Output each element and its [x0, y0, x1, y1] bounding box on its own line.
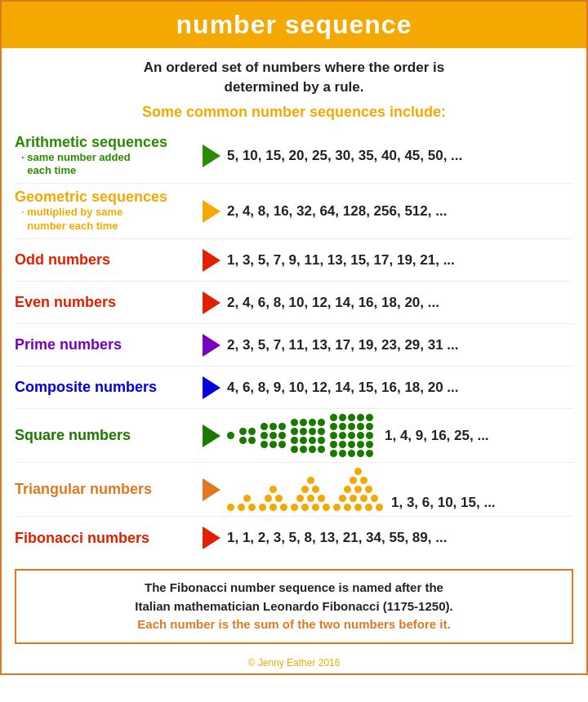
dot [360, 477, 368, 484]
arrow-arithmetic [203, 144, 220, 167]
dot [265, 495, 272, 502]
dot [357, 432, 364, 439]
dot [354, 468, 362, 475]
dot [330, 423, 337, 430]
row-even: Even numbers 2, 4, 6, 8, 10, 12, 14, 16,… [15, 282, 573, 324]
dot [318, 495, 325, 502]
dot [339, 450, 346, 457]
label-even: Even numbers [15, 294, 203, 311]
dot [238, 504, 245, 511]
dot [300, 446, 307, 453]
tri-group-3 [238, 495, 256, 511]
numbers-arithmetic: 5, 10, 15, 20, 25, 30, 35, 40, 45, 50, .… [227, 148, 573, 164]
tri-group-10 [291, 477, 330, 511]
dot [318, 419, 325, 426]
triangular-visual: 1, 3, 6, 10, 15, ... [227, 468, 496, 511]
dot [357, 450, 364, 457]
label-odd: Odd numbers [15, 251, 203, 269]
dot [350, 477, 357, 484]
dot [300, 428, 307, 435]
dot [312, 486, 319, 493]
arrow-odd [203, 249, 220, 272]
row-square: Square numbers [15, 409, 573, 463]
dot [301, 486, 309, 493]
triangle-icon-composite [203, 376, 220, 399]
dot [270, 423, 277, 430]
triangle-icon-triangular [203, 478, 220, 501]
tri-group-15 [333, 468, 383, 511]
dot [318, 437, 325, 444]
dot [339, 495, 346, 502]
dot [261, 432, 268, 439]
dot [270, 486, 277, 493]
label-composite-main: Composite numbers [15, 379, 196, 396]
numbers-odd: 1, 3, 5, 7, 9, 11, 13, 15, 17, 19, 21, .… [227, 252, 573, 269]
dot [365, 486, 372, 493]
dot [261, 423, 268, 430]
square-dot-group-9 [261, 423, 286, 448]
triangle-icon-arithmetic [203, 144, 220, 167]
label-geometric-sub: · multiplied by same number each time [15, 206, 196, 233]
triangle-icon-prime [203, 334, 220, 357]
sequence-list: Arithmetic sequences · same number added… [2, 129, 586, 563]
dot [330, 432, 337, 439]
dot [339, 441, 346, 448]
dot [330, 450, 337, 457]
dot [366, 450, 373, 457]
dot [309, 419, 316, 426]
dot [366, 414, 373, 421]
dot [366, 432, 373, 439]
dot [291, 504, 298, 511]
numbers-even: 2, 4, 6, 8, 10, 12, 14, 16, 18, 20, ... [227, 295, 573, 311]
dot [354, 504, 362, 511]
label-fibonacci-main: Fibonacci numbers [15, 530, 196, 547]
dot [280, 504, 287, 511]
label-even-main: Even numbers [15, 294, 196, 311]
label-square-main: Square numbers [15, 427, 196, 444]
arrow-geometric [203, 200, 220, 223]
label-prime: Prime numbers [15, 336, 203, 353]
dot [278, 441, 286, 448]
arrow-composite [203, 376, 220, 399]
dot [309, 446, 316, 453]
dot [318, 446, 325, 453]
dot [248, 504, 256, 511]
arrow-fibonacci [203, 526, 220, 549]
dot [278, 432, 286, 439]
numbers-fibonacci: 1, 1, 2, 3, 5, 8, 13, 21, 34, 55, 89, ..… [227, 530, 573, 546]
dot [278, 423, 286, 430]
dot [333, 504, 341, 511]
dot [300, 419, 307, 426]
numbers-triangular: 1, 3, 6, 10, 15, ... [391, 495, 496, 511]
arrow-square [203, 424, 220, 447]
row-arithmetic: Arithmetic sequences · same number added… [15, 129, 573, 184]
arrow-prime [203, 334, 220, 357]
dot [350, 495, 357, 502]
dot [357, 414, 364, 421]
dot [344, 504, 351, 511]
label-triangular: Triangular numbers [15, 481, 203, 498]
row-odd: Odd numbers 1, 3, 5, 7, 9, 11, 13, 15, 1… [15, 239, 573, 282]
dot [239, 428, 247, 435]
common-sequences-label: Some common number sequences include: [2, 100, 586, 129]
triangle-icon-square [203, 424, 220, 447]
dot [270, 432, 277, 439]
dot [366, 423, 373, 430]
square-dot-group-1 [227, 432, 234, 439]
row-geometric: Geometric sequences · multiplied by same… [15, 184, 573, 239]
dot [261, 441, 268, 448]
triangle-icon-fibonacci [203, 526, 220, 549]
dot [307, 477, 314, 484]
numbers-square: 1, 4, 9, 16, 25, ... [385, 428, 489, 444]
dot [259, 504, 266, 511]
footnote-highlight: Each number is the sum of the two number… [137, 617, 450, 631]
dot [291, 419, 298, 426]
footnote-line1: The Fibonacci number sequence is named a… [135, 580, 452, 613]
dot [339, 432, 346, 439]
dot [348, 423, 355, 430]
label-square: Square numbers [15, 427, 203, 444]
label-fibonacci: Fibonacci numbers [15, 530, 203, 547]
label-arithmetic-sub: · same number added each time [15, 151, 196, 179]
triangle-icon-geometric [203, 200, 220, 223]
square-dot-group-16 [291, 419, 325, 453]
